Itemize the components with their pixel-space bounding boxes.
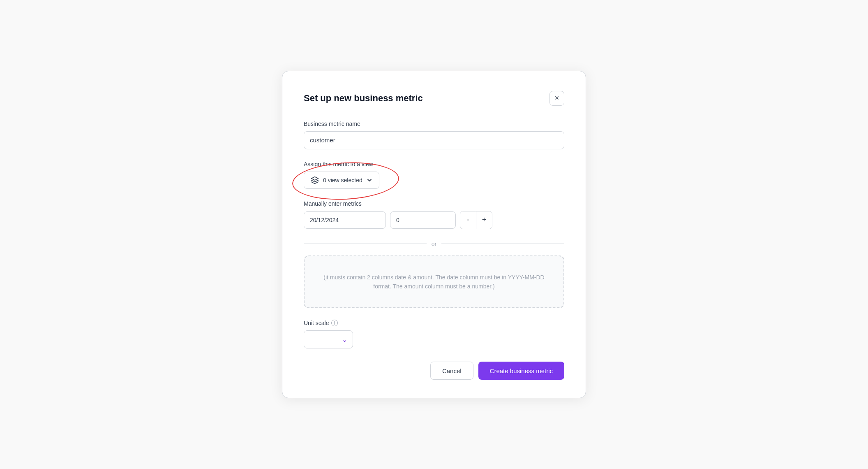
assign-view-section: Assign this metric to a view 0 view sele… [304, 161, 564, 189]
create-business-metric-button[interactable]: Create business metric [478, 362, 564, 380]
stepper-minus-button[interactable]: - [460, 211, 476, 229]
layers-icon [311, 176, 319, 184]
view-selector-container: 0 view selected [304, 172, 379, 189]
modal-overlay: Set up new business metric × Business me… [0, 0, 868, 469]
assign-view-label: Assign this metric to a view [304, 161, 564, 167]
or-line-right [441, 244, 564, 244]
business-metric-name-group: Business metric name [304, 121, 564, 149]
business-metric-name-input[interactable] [304, 131, 564, 149]
modal-dialog: Set up new business metric × Business me… [282, 71, 586, 399]
chevron-down-icon [367, 177, 372, 183]
unit-scale-group: Unit scale i Thousands Millions Billions [304, 320, 564, 348]
unit-scale-label: Unit scale i [304, 320, 564, 326]
unit-scale-info-icon[interactable]: i [331, 320, 338, 326]
csv-hint-text: (it musts contain 2 columns date & amoun… [314, 273, 554, 291]
number-input[interactable] [390, 211, 456, 229]
modal-header: Set up new business metric × [304, 91, 564, 106]
modal-title: Set up new business metric [304, 93, 423, 104]
view-selector-text: 0 view selected [323, 177, 362, 183]
stepper-plus-button[interactable]: + [476, 211, 492, 229]
or-line-left [304, 244, 427, 244]
modal-footer: Cancel Create business metric [304, 362, 564, 380]
date-input[interactable] [304, 211, 386, 229]
view-selector-button[interactable]: 0 view selected [304, 172, 379, 189]
or-divider: or [304, 241, 564, 247]
metrics-row: - + [304, 211, 564, 229]
manually-metrics-label: Manually enter metrics [304, 200, 564, 207]
unit-scale-select-wrapper: Thousands Millions Billions [304, 330, 353, 348]
close-button[interactable]: × [549, 91, 564, 106]
stepper: - + [460, 211, 492, 229]
unit-scale-select[interactable]: Thousands Millions Billions [304, 330, 353, 348]
cancel-button[interactable]: Cancel [430, 362, 473, 380]
or-text: or [432, 241, 436, 247]
business-metric-name-label: Business metric name [304, 121, 564, 127]
csv-drop-zone[interactable]: (it musts contain 2 columns date & amoun… [304, 255, 564, 309]
manually-metrics-group: Manually enter metrics - + [304, 200, 564, 229]
